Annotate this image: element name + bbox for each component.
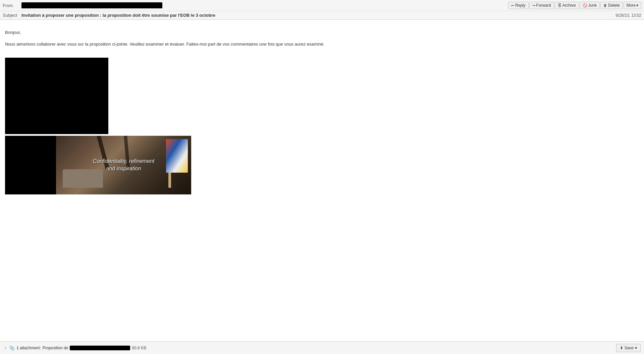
from-label: From: [3, 3, 19, 8]
email-body: Bonjour, Nous aimerions collaborer avec …: [0, 20, 644, 315]
reply-icon: ↩: [511, 3, 514, 8]
subject-label: Subject: [3, 13, 19, 18]
archive-button[interactable]: 🗄 Archive: [555, 2, 579, 9]
junk-label: Junk: [588, 3, 597, 8]
body-greeting: Bonjour,: [5, 30, 639, 35]
paperclip-icon: 📎: [9, 345, 15, 351]
more-button[interactable]: More ▾: [624, 2, 641, 9]
junk-button[interactable]: 🚫 Junk: [580, 2, 600, 9]
junk-icon: 🚫: [583, 3, 587, 8]
save-button[interactable]: ⬇ Save ▾: [616, 344, 641, 352]
save-label: Save: [625, 346, 634, 350]
delete-icon: 🗑: [603, 3, 607, 7]
email-image-1: [5, 58, 108, 134]
delete-button[interactable]: 🗑 Delete: [600, 2, 623, 9]
attachment-info: › 📎 1 attachment: Proposition de 60.8 KB: [3, 345, 146, 351]
from-row: From: [3, 2, 162, 8]
archive-label: Archive: [562, 3, 576, 8]
email-image-2a: [5, 136, 56, 194]
delete-label: Delete: [608, 3, 620, 8]
header-actions: ↩ Reply ↪ Forward 🗄 Archive 🚫 Junk 🗑 Del…: [508, 2, 641, 9]
reply-label: Reply: [515, 3, 526, 8]
subject-text: Invitation à proposer une proposition : …: [21, 13, 609, 18]
download-icon: ⬇: [620, 346, 623, 350]
room-background: Confidentiality, refinementand inspirati…: [56, 136, 191, 194]
from-value-redacted: [21, 2, 162, 8]
attachment-count-text: 1 attachment:: [16, 346, 41, 350]
save-chevron-icon: ▾: [635, 346, 637, 350]
image-overlay-text: Confidentiality, refinementand inspirati…: [93, 158, 155, 173]
attachment-name-prefix: Proposition de: [43, 346, 68, 350]
forward-button[interactable]: ↪ Forward: [529, 2, 554, 9]
attachment-bar: › 📎 1 attachment: Proposition de 60.8 KB…: [0, 341, 644, 354]
archive-icon: 🗄: [558, 3, 561, 7]
attachment-size: 60.8 KB: [132, 346, 146, 350]
body-paragraph: Nous aimerions collaborer avec vous sur …: [5, 41, 639, 48]
attachment-expand-button[interactable]: ›: [3, 345, 7, 351]
forward-icon: ↪: [532, 3, 535, 8]
more-label: More: [627, 3, 636, 8]
artwork-decoration: [166, 139, 188, 173]
attachment-name-redacted: [70, 346, 130, 350]
forward-label: Forward: [536, 3, 551, 8]
header-top-row: From ↩ Reply ↪ Forward 🗄 Archive 🚫 Junk …: [0, 0, 644, 11]
email-image-2b: Confidentiality, refinementand inspirati…: [56, 136, 191, 194]
subject-row: Subject Invitation à proposer une propos…: [0, 11, 644, 19]
email-header: From ↩ Reply ↪ Forward 🗄 Archive 🚫 Junk …: [0, 0, 644, 20]
email-date: 9/28/23, 13:52: [615, 13, 641, 18]
chevron-down-icon: ▾: [636, 3, 638, 8]
email-image-row: Confidentiality, refinementand inspirati…: [5, 136, 639, 194]
reply-button[interactable]: ↩ Reply: [508, 2, 529, 9]
